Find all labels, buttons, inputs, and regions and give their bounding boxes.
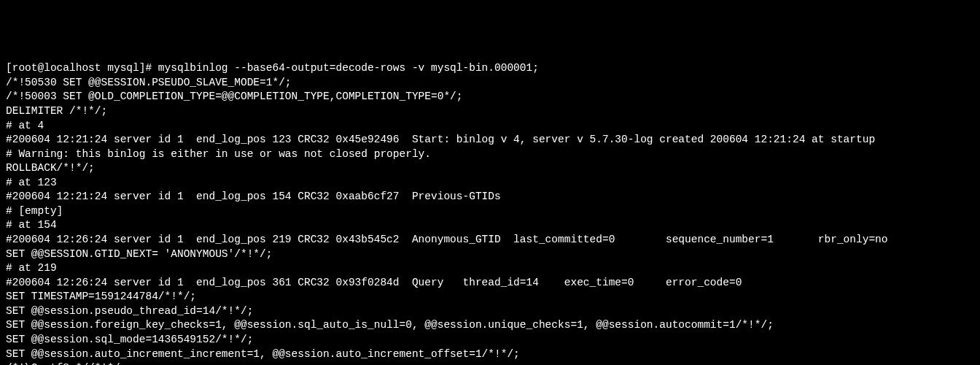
terminal-line: # Warning: this binlog is either in use … <box>6 147 974 162</box>
terminal-output[interactable]: [root@localhost mysql]# mysqlbinlog --ba… <box>6 61 974 365</box>
terminal-line: SET @@session.foreign_key_checks=1, @@se… <box>6 318 974 333</box>
terminal-line: [root@localhost mysql]# mysqlbinlog --ba… <box>6 61 974 76</box>
terminal-line: #200604 12:21:24 server id 1 end_log_pos… <box>6 190 974 204</box>
terminal-line: # at 123 <box>6 176 974 191</box>
terminal-line: # at 219 <box>6 261 974 276</box>
terminal-line: # at 4 <box>6 119 974 134</box>
terminal-line: SET @@session.auto_increment_increment=1… <box>6 347 974 362</box>
terminal-line: DELIMITER /*!*/; <box>6 104 974 119</box>
terminal-line: /*!50530 SET @@SESSION.PSEUDO_SLAVE_MODE… <box>6 76 974 91</box>
terminal-line: ROLLBACK/*!*/; <box>6 161 974 176</box>
terminal-line: #200604 12:26:24 server id 1 end_log_pos… <box>6 233 974 247</box>
terminal-line: #200604 12:26:24 server id 1 end_log_pos… <box>6 276 974 291</box>
terminal-line: /*!\C utf8 *//*!*/; <box>6 361 974 365</box>
terminal-line: SET @@session.pseudo_thread_id=14/*!*/; <box>6 304 974 319</box>
terminal-line: # [empty] <box>6 204 974 219</box>
terminal-line: SET @@SESSION.GTID_NEXT= 'ANONYMOUS'/*!*… <box>6 247 974 262</box>
terminal-line: /*!50003 SET @OLD_COMPLETION_TYPE=@@COMP… <box>6 90 974 104</box>
terminal-line: SET @@session.sql_mode=1436549152/*!*/; <box>6 333 974 347</box>
terminal-line: # at 154 <box>6 218 974 233</box>
terminal-line: #200604 12:21:24 server id 1 end_log_pos… <box>6 133 974 147</box>
terminal-line: SET TIMESTAMP=1591244784/*!*/; <box>6 290 974 304</box>
